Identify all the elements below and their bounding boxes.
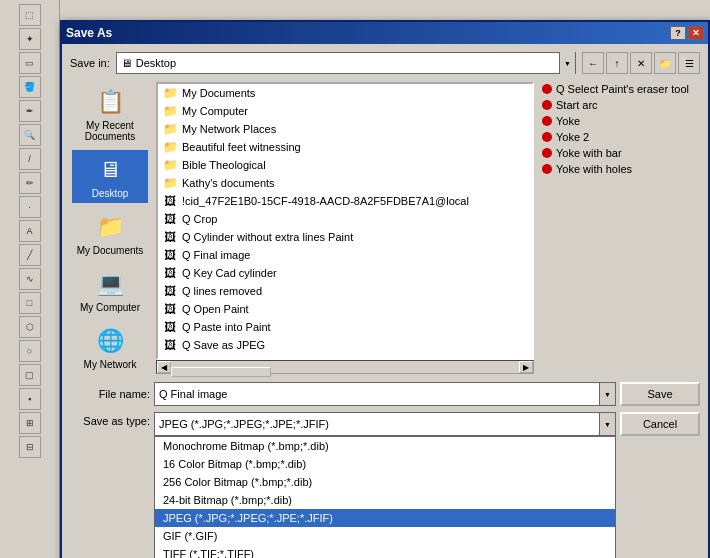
file-name: My Computer bbox=[182, 105, 248, 117]
tool-rect[interactable]: □ bbox=[19, 292, 41, 314]
file-item[interactable]: 🖼Q Crop bbox=[158, 210, 532, 228]
tool-paint-bucket[interactable]: ▪ bbox=[19, 388, 41, 410]
filename-dropdown-arrow[interactable]: ▼ bbox=[599, 383, 615, 405]
file-item[interactable]: 📁My Network Places bbox=[158, 120, 532, 138]
dropdown-24bit-bitmap[interactable]: 24-bit Bitmap (*.bmp;*.dib) bbox=[155, 491, 615, 509]
file-item[interactable]: 🖼!cid_47F2E1B0-15CF-4918-AACD-8A2F5FDBE7… bbox=[158, 192, 532, 210]
tool-zoom[interactable]: 🔍 bbox=[19, 124, 41, 146]
cancel-button[interactable]: Cancel bbox=[620, 412, 700, 436]
file-list-container[interactable]: 📁My Documents📁My Computer📁My Network Pla… bbox=[156, 82, 534, 360]
dropdown-tiff[interactable]: TIFF (*.TIF;*.TIFF) bbox=[155, 545, 615, 558]
save-in-label: Save in: bbox=[70, 57, 110, 69]
file-item[interactable]: 📁Kathy's documents bbox=[158, 174, 532, 192]
file-icon: 🖼 bbox=[162, 229, 178, 245]
tool-fill[interactable]: 🪣 bbox=[19, 76, 41, 98]
dropdown-16color-bitmap[interactable]: 16 Color Bitmap (*.bmp;*.dib) bbox=[155, 455, 615, 473]
scroll-left-btn[interactable]: ◀ bbox=[157, 361, 171, 373]
filename-label: File name: bbox=[70, 388, 150, 400]
file-item[interactable]: 🖼Q Open Paint bbox=[158, 300, 532, 318]
right-panel-item[interactable]: Yoke with bar bbox=[540, 146, 700, 160]
help-button[interactable]: ? bbox=[670, 26, 686, 40]
file-item[interactable]: 🖼Q Paste into Paint bbox=[158, 318, 532, 336]
tool-custom2[interactable]: ⊟ bbox=[19, 436, 41, 458]
tool-custom1[interactable]: ⊞ bbox=[19, 412, 41, 434]
nav-recent-documents[interactable]: 📋 My Recent Documents bbox=[72, 82, 148, 146]
right-panel-item[interactable]: Q Select Paint's eraser tool bbox=[540, 82, 700, 96]
tool-select[interactable]: ⬚ bbox=[19, 4, 41, 26]
file-icon: 🖼 bbox=[162, 319, 178, 335]
main-area: 📋 My Recent Documents 🖥 Desktop 📁 My Doc… bbox=[70, 82, 700, 374]
red-dot-icon bbox=[542, 132, 552, 142]
right-panel-item[interactable]: Yoke with holes bbox=[540, 162, 700, 176]
save-button[interactable]: Save bbox=[620, 382, 700, 406]
horizontal-scrollbar[interactable]: ◀ ▶ bbox=[156, 360, 534, 374]
up-button[interactable]: ↑ bbox=[606, 52, 628, 74]
save-in-dropdown-arrow[interactable]: ▼ bbox=[559, 52, 575, 74]
tool-ellipse[interactable]: ○ bbox=[19, 340, 41, 362]
views-button[interactable]: ☰ bbox=[678, 52, 700, 74]
right-item-label: Q Select Paint's eraser tool bbox=[556, 83, 689, 95]
nav-my-network[interactable]: 🌐 My Network bbox=[72, 321, 148, 374]
tool-eraser[interactable]: ▭ bbox=[19, 52, 41, 74]
file-name: Beautiful feet witnessing bbox=[182, 141, 301, 153]
nav-my-documents[interactable]: 📁 My Documents bbox=[72, 207, 148, 260]
file-item[interactable]: 🖼Q lines removed bbox=[158, 282, 532, 300]
dropdown-mono-bitmap[interactable]: Monochrome Bitmap (*.bmp;*.dib) bbox=[155, 437, 615, 455]
filetype-dropdown-popup: Monochrome Bitmap (*.bmp;*.dib) 16 Color… bbox=[154, 436, 616, 558]
filename-input[interactable]: Q Final image bbox=[155, 383, 599, 405]
close-button[interactable]: ✕ bbox=[688, 26, 704, 40]
tool-curve[interactable]: ∿ bbox=[19, 268, 41, 290]
filetype-label: Save as type: bbox=[70, 412, 150, 427]
nav-my-computer[interactable]: 💻 My Computer bbox=[72, 264, 148, 317]
right-item-label: Yoke with bar bbox=[556, 147, 622, 159]
dropdown-gif[interactable]: GIF (*.GIF) bbox=[155, 527, 615, 545]
tool-airbrush[interactable]: · bbox=[19, 196, 41, 218]
tool-line[interactable]: ╱ bbox=[19, 244, 41, 266]
file-item[interactable]: 📁Bible Theological bbox=[158, 156, 532, 174]
nav-documents-label: My Documents bbox=[77, 245, 144, 256]
right-panel: Q Select Paint's eraser toolStart arcYok… bbox=[540, 82, 700, 374]
dialog-content: Save in: 🖥 Desktop ▼ ← ↑ ✕ 📁 ☰ bbox=[62, 44, 708, 558]
nav-network-label: My Network bbox=[84, 359, 137, 370]
filetype-select[interactable]: JPEG (*.JPG;*.JPEG;*.JPE;*.JFIF) bbox=[155, 413, 599, 435]
right-panel-item[interactable]: Yoke 2 bbox=[540, 130, 700, 144]
tool-text[interactable]: A bbox=[19, 220, 41, 242]
file-item[interactable]: 📁Beautiful feet witnessing bbox=[158, 138, 532, 156]
nav-computer-label: My Computer bbox=[80, 302, 140, 313]
file-item[interactable]: 🖼Q Final image bbox=[158, 246, 532, 264]
dropdown-jpeg[interactable]: JPEG (*.JPG;*.JPEG;*.JPE;*.JFIF) bbox=[155, 509, 615, 527]
file-name: Q Save as JPEG bbox=[182, 339, 265, 351]
file-item[interactable]: 📁My Documents bbox=[158, 84, 532, 102]
back-button[interactable]: ← bbox=[582, 52, 604, 74]
file-list: 📁My Documents📁My Computer📁My Network Pla… bbox=[158, 84, 532, 354]
tool-polygon[interactable]: ⬡ bbox=[19, 316, 41, 338]
tool-roundrect[interactable]: ▢ bbox=[19, 364, 41, 386]
tool-freeselect[interactable]: ✦ bbox=[19, 28, 41, 50]
left-nav: 📋 My Recent Documents 🖥 Desktop 📁 My Doc… bbox=[70, 82, 150, 374]
save-in-dropdown[interactable]: 🖥 Desktop bbox=[117, 57, 559, 69]
right-panel-item[interactable]: Yoke bbox=[540, 114, 700, 128]
filetype-dropdown-arrow[interactable]: ▼ bbox=[599, 413, 615, 435]
delete-button[interactable]: ✕ bbox=[630, 52, 652, 74]
file-name: Q Open Paint bbox=[182, 303, 249, 315]
tool-eyedrop[interactable]: ✒ bbox=[19, 100, 41, 122]
tool-brush[interactable]: ✏ bbox=[19, 172, 41, 194]
new-folder-button[interactable]: 📁 bbox=[654, 52, 676, 74]
computer-icon: 💻 bbox=[94, 268, 126, 300]
dropdown-256color-bitmap[interactable]: 256 Color Bitmap (*.bmp;*.dib) bbox=[155, 473, 615, 491]
right-item-label: Start arc bbox=[556, 99, 598, 111]
nav-desktop[interactable]: 🖥 Desktop bbox=[72, 150, 148, 203]
file-name: Kathy's documents bbox=[182, 177, 275, 189]
right-panel-item[interactable]: Start arc bbox=[540, 98, 700, 112]
file-item[interactable]: 🖼Q Save as JPEG bbox=[158, 336, 532, 354]
file-icon: 🖼 bbox=[162, 193, 178, 209]
tool-pencil[interactable]: / bbox=[19, 148, 41, 170]
scroll-right-btn[interactable]: ▶ bbox=[519, 361, 533, 373]
file-icon: 📁 bbox=[162, 175, 178, 191]
file-item[interactable]: 📁My Computer bbox=[158, 102, 532, 120]
file-item[interactable]: 🖼Q Cylinder without extra lines Paint bbox=[158, 228, 532, 246]
file-name: Q lines removed bbox=[182, 285, 262, 297]
scrollbar-thumb[interactable] bbox=[171, 367, 271, 377]
file-item[interactable]: 🖼Q Key Cad cylinder bbox=[158, 264, 532, 282]
right-item-label: Yoke with holes bbox=[556, 163, 632, 175]
